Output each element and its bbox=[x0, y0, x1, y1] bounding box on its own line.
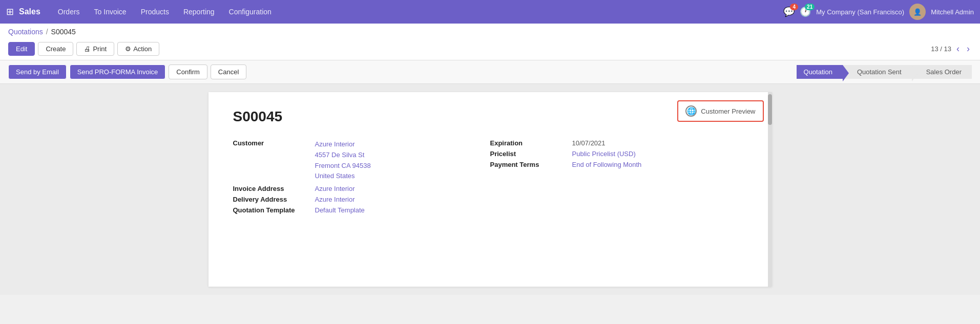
page-header: Quotations / S00045 Edit Create 🖨 Print … bbox=[0, 24, 980, 60]
activity-badge-count: 21 bbox=[805, 4, 815, 10]
scrollbar[interactable] bbox=[768, 92, 772, 287]
pricelist-label: Pricelist bbox=[490, 150, 572, 158]
document-container: 🌐 Customer Preview S00045 Customer Azure… bbox=[208, 92, 772, 287]
breadcrumb-parent[interactable]: Quotations bbox=[8, 28, 43, 36]
invoice-address-field-row: Invoice Address Azure Interior bbox=[233, 185, 490, 192]
pricelist-field-row: Pricelist Public Pricelist (USD) bbox=[490, 150, 747, 158]
breadcrumb: Quotations / S00045 bbox=[8, 28, 972, 39]
main-content: 🌐 Customer Preview S00045 Customer Azure… bbox=[0, 84, 980, 295]
printer-icon: 🖨 bbox=[84, 45, 91, 53]
delivery-address-value[interactable]: Azure Interior bbox=[315, 196, 355, 203]
next-record-button[interactable]: › bbox=[965, 42, 972, 55]
expiration-value: 10/07/2021 bbox=[572, 139, 606, 147]
nav-reporting[interactable]: Reporting bbox=[177, 6, 221, 18]
topnav-right: 💬 4 🕐 21 My Company (San Francisco) 👤 Mi… bbox=[783, 4, 974, 20]
action-bar: Send by Email Send PRO-FORMA Invoice Con… bbox=[0, 60, 980, 84]
toolbar: Edit Create 🖨 Print ⚙ Action 13 / 13 ‹ › bbox=[8, 39, 972, 60]
print-button[interactable]: 🖨 Print bbox=[76, 42, 114, 56]
chat-notification[interactable]: 💬 4 bbox=[783, 6, 795, 17]
customer-address-line3[interactable]: United States bbox=[315, 171, 371, 182]
left-fields: Customer Azure Interior 4557 De Silva St… bbox=[233, 139, 490, 217]
breadcrumb-separator: / bbox=[46, 28, 48, 36]
username: Mitchell Admin bbox=[931, 8, 974, 16]
quotation-template-value[interactable]: Default Template bbox=[315, 206, 365, 214]
send-proforma-button[interactable]: Send PRO-FORMA Invoice bbox=[70, 64, 166, 79]
create-button[interactable]: Create bbox=[38, 42, 73, 56]
send-email-button[interactable]: Send by Email bbox=[8, 64, 67, 79]
quotation-template-label: Quotation Template bbox=[233, 206, 315, 214]
confirm-button[interactable]: Confirm bbox=[169, 64, 207, 79]
customer-name[interactable]: Azure Interior bbox=[315, 139, 371, 150]
globe-icon: 🌐 bbox=[685, 105, 697, 117]
breadcrumb-current: S00045 bbox=[51, 28, 76, 36]
company-name[interactable]: My Company (San Francisco) bbox=[816, 8, 904, 16]
customer-field-row: Customer Azure Interior 4557 De Silva St… bbox=[233, 139, 490, 182]
customer-preview-button[interactable]: 🌐 Customer Preview bbox=[677, 100, 763, 122]
edit-button[interactable]: Edit bbox=[8, 42, 35, 56]
invoice-address-label: Invoice Address bbox=[233, 185, 315, 192]
delivery-address-label: Delivery Address bbox=[233, 196, 315, 203]
pagination-area: 13 / 13 ‹ › bbox=[931, 42, 972, 55]
scrollbar-thumb[interactable] bbox=[768, 94, 772, 125]
status-quotation-sent[interactable]: Quotation Sent bbox=[843, 65, 912, 79]
document-fields: Customer Azure Interior 4557 De Silva St… bbox=[233, 139, 747, 217]
status-bar: Quotation Quotation Sent Sales Order bbox=[797, 65, 972, 79]
grid-icon[interactable]: ⊞ bbox=[6, 6, 14, 17]
brand-name[interactable]: Sales bbox=[19, 7, 40, 16]
pricelist-value[interactable]: Public Pricelist (USD) bbox=[572, 150, 636, 158]
right-fields: Expiration 10/07/2021 Pricelist Public P… bbox=[490, 139, 747, 217]
status-quotation[interactable]: Quotation bbox=[797, 65, 843, 79]
payment-terms-field-row: Payment Terms End of Following Month bbox=[490, 161, 747, 168]
top-navigation: ⊞ Sales Orders To Invoice Products Repor… bbox=[0, 0, 980, 24]
prev-record-button[interactable]: ‹ bbox=[954, 42, 962, 55]
action-button[interactable]: ⚙ Action bbox=[117, 42, 159, 56]
expiration-field-row: Expiration 10/07/2021 bbox=[490, 139, 747, 147]
customer-address-line2[interactable]: Fremont CA 94538 bbox=[315, 161, 371, 171]
document-number: S00045 bbox=[233, 109, 747, 125]
delivery-address-field-row: Delivery Address Azure Interior bbox=[233, 196, 490, 203]
payment-terms-value[interactable]: End of Following Month bbox=[572, 161, 642, 168]
customer-label: Customer bbox=[233, 139, 315, 147]
customer-address-block: Azure Interior 4557 De Silva St Fremont … bbox=[315, 139, 371, 182]
quotation-template-field-row: Quotation Template Default Template bbox=[233, 206, 490, 214]
customer-preview-label: Customer Preview bbox=[701, 107, 755, 115]
nav-to-invoice[interactable]: To Invoice bbox=[88, 6, 133, 18]
expiration-label: Expiration bbox=[490, 139, 572, 147]
pagination-text: 13 / 13 bbox=[931, 45, 951, 53]
cancel-button[interactable]: Cancel bbox=[211, 64, 246, 79]
status-sales-order[interactable]: Sales Order bbox=[912, 65, 972, 79]
nav-configuration[interactable]: Configuration bbox=[223, 6, 278, 18]
gear-icon: ⚙ bbox=[125, 45, 131, 53]
chat-badge-count: 4 bbox=[790, 4, 798, 10]
nav-products[interactable]: Products bbox=[135, 6, 175, 18]
invoice-address-value[interactable]: Azure Interior bbox=[315, 185, 355, 192]
customer-address-line1[interactable]: 4557 De Silva St bbox=[315, 150, 371, 161]
activity-notification[interactable]: 🕐 21 bbox=[800, 6, 811, 17]
payment-terms-label: Payment Terms bbox=[490, 161, 572, 168]
user-avatar[interactable]: 👤 bbox=[909, 4, 926, 20]
nav-orders[interactable]: Orders bbox=[52, 6, 86, 18]
